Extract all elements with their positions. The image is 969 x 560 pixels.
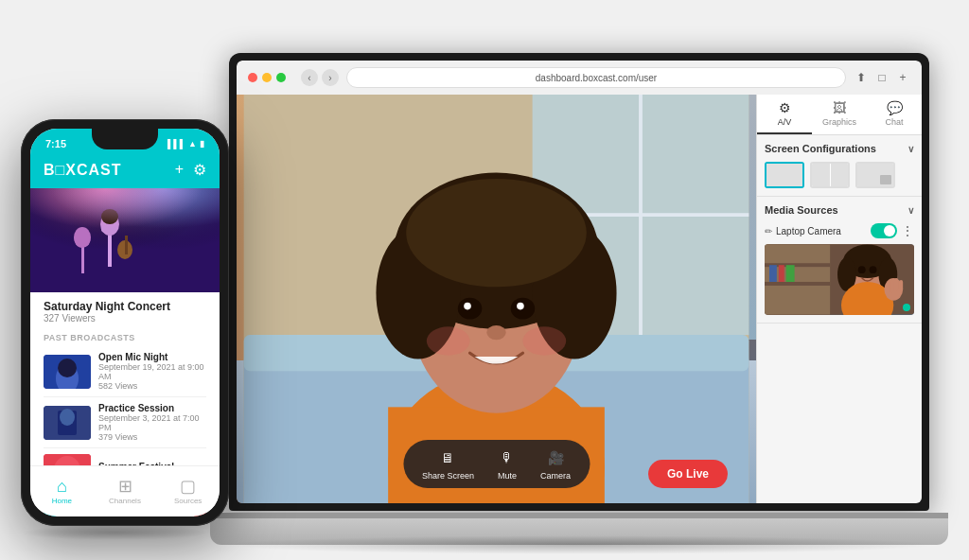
broadcast-name-2: Practice Session	[98, 403, 206, 413]
svg-rect-38	[899, 280, 903, 291]
nav-item-sources[interactable]: ▢ Sources	[156, 466, 220, 516]
toggle-knob	[884, 225, 895, 236]
featured-broadcast-title: Saturday Night Concert	[44, 300, 206, 313]
close-button[interactable]	[248, 73, 257, 82]
back-button[interactable]: ‹	[301, 69, 318, 86]
share-screen-label: Share Screen	[422, 471, 474, 481]
status-icons: ▌▌▌ ▲ ▮	[167, 139, 204, 149]
screen-configurations-header: Screen Configurations ∨	[765, 143, 914, 154]
phone-notch	[92, 129, 158, 149]
home-label: Home	[52, 497, 72, 505]
thumb-image-2	[44, 406, 91, 440]
tab-av[interactable]: ⚙ A/V	[757, 95, 812, 134]
wifi-icon: ▲	[188, 139, 197, 149]
nav-item-channels[interactable]: ⊞ Channels	[94, 466, 157, 516]
browser-bar: ‹ › dashboard.boxcast.com/user ⬆ □ +	[237, 61, 922, 95]
edit-source-icon[interactable]: ✏	[765, 226, 772, 236]
laptop-camera-label: Laptop Camera	[776, 226, 841, 236]
channels-label: Channels	[109, 497, 141, 505]
config-split-screen[interactable]	[810, 162, 850, 188]
status-time: 7:15	[45, 138, 66, 149]
camera-active-indicator	[903, 304, 910, 311]
broadcast-info-2: Practice Session September 3, 2021 at 7:…	[98, 403, 206, 442]
media-sources-label: Media Sources	[765, 204, 838, 216]
tab-graphics[interactable]: 🖼 Graphics	[812, 95, 867, 134]
boxcast-logo: B□XCAST	[44, 162, 121, 179]
right-sidebar: ⚙ A/V 🖼 Graphics 💬 Chat	[756, 95, 922, 503]
camera-preview	[765, 244, 914, 315]
camera-toggle[interactable]	[871, 223, 897, 238]
svg-rect-24	[765, 282, 830, 286]
config-half-left	[812, 164, 830, 186]
add-broadcast-icon[interactable]: +	[175, 161, 184, 179]
media-sources-section: Media Sources ∨ ✏ Laptop Camera	[757, 197, 922, 324]
browser-navigation: ‹ ›	[301, 69, 339, 86]
svg-point-34	[870, 266, 877, 273]
past-broadcasts-label: PAST BROADCASTS	[30, 327, 220, 346]
av-tab-label: A/V	[778, 117, 792, 127]
svg-point-56	[60, 409, 75, 426]
settings-icon[interactable]: ⚙	[193, 161, 206, 179]
featured-info: Saturday Night Concert 327 Viewers	[30, 292, 220, 327]
new-tab-icon[interactable]: +	[895, 70, 910, 85]
minimize-button[interactable]	[262, 73, 272, 82]
scene: ‹ › dashboard.boxcast.com/user ⬆ □ +	[21, 15, 948, 545]
svg-point-33	[858, 266, 866, 273]
svg-rect-49	[81, 247, 84, 273]
mute-icon: 🎙	[497, 447, 518, 468]
broadcast-item-2[interactable]: Practice Session September 3, 2021 at 7:…	[44, 397, 206, 448]
thumb-image-1	[44, 355, 91, 389]
video-feed: 🖥 Share Screen 🎙 Mute 🎥 Camera	[237, 95, 756, 503]
url-bar[interactable]: dashboard.boxcast.com/user	[346, 67, 846, 88]
mute-button[interactable]: 🎙 Mute	[497, 447, 518, 481]
camera-button[interactable]: 🎥 Camera	[540, 447, 571, 481]
broadcast-thumb-2	[44, 406, 91, 440]
app-header: B□XCAST + ⚙	[30, 155, 220, 188]
forward-button[interactable]: ›	[322, 69, 339, 86]
broadcast-name-1: Open Mic Night	[98, 352, 206, 362]
broadcast-item-1[interactable]: Open Mic Night September 19, 2021 at 9:0…	[44, 346, 206, 397]
screen-configurations-list	[765, 162, 914, 188]
nav-item-home[interactable]: ⌂ Home	[30, 466, 94, 516]
screen-config-chevron-icon[interactable]: ∨	[907, 144, 914, 154]
video-controls: 🖥 Share Screen 🎙 Mute 🎥 Camera	[403, 440, 590, 488]
broadcast-info-1: Open Mic Night September 19, 2021 at 9:0…	[98, 352, 206, 391]
sidebar-tabs: ⚙ A/V 🖼 Graphics 💬 Chat	[757, 95, 922, 135]
share-icon[interactable]: ⬆	[854, 70, 869, 85]
graphics-tab-icon: 🖼	[833, 100, 846, 115]
featured-broadcast-image[interactable]	[30, 188, 220, 292]
maximize-button[interactable]	[276, 73, 286, 82]
stage-lights	[30, 188, 220, 236]
go-live-button[interactable]: Go Live	[648, 460, 728, 488]
svg-point-13	[406, 179, 587, 287]
bottom-navigation: ⌂ Home ⊞ Channels ▢ Sources	[30, 465, 220, 516]
featured-viewers-count: 327 Viewers	[44, 313, 206, 324]
config-pip-preview	[880, 175, 891, 184]
media-sources-chevron-icon[interactable]: ∨	[907, 205, 914, 216]
broadcast-date-1: September 19, 2021 at 9:00 AM	[98, 362, 206, 381]
config-half-right	[831, 164, 849, 186]
config-small-screen[interactable]	[855, 162, 895, 188]
svg-point-19	[427, 326, 470, 355]
broadcast-views-2: 379 Views	[98, 432, 206, 442]
url-text: dashboard.boxcast.com/user	[536, 73, 657, 83]
broadcast-thumb-1	[44, 355, 91, 389]
camera-icon: 🎥	[545, 447, 566, 468]
tab-chat[interactable]: 💬 Chat	[867, 95, 922, 134]
laptop-shadow	[220, 535, 939, 554]
header-icons: + ⚙	[175, 161, 206, 179]
phone: 7:15 ▌▌▌ ▲ ▮ B□XCAST + ⚙	[21, 119, 229, 526]
traffic-lights	[248, 73, 286, 82]
config-full-screen[interactable]	[765, 162, 804, 188]
broadcast-date-2: September 3, 2021 at 7:00 PM	[98, 413, 206, 432]
graphics-tab-label: Graphics	[822, 117, 856, 127]
svg-rect-37	[894, 278, 898, 291]
svg-rect-25	[769, 265, 777, 282]
chat-tab-icon: 💬	[887, 100, 903, 115]
svg-point-18	[486, 325, 505, 340]
home-icon: ⌂	[57, 478, 67, 495]
config-split-preview	[812, 164, 848, 186]
share-screen-button[interactable]: 🖥 Share Screen	[422, 447, 474, 481]
more-options-button[interactable]: ⋮	[901, 224, 914, 237]
bookmark-icon[interactable]: □	[874, 70, 890, 85]
